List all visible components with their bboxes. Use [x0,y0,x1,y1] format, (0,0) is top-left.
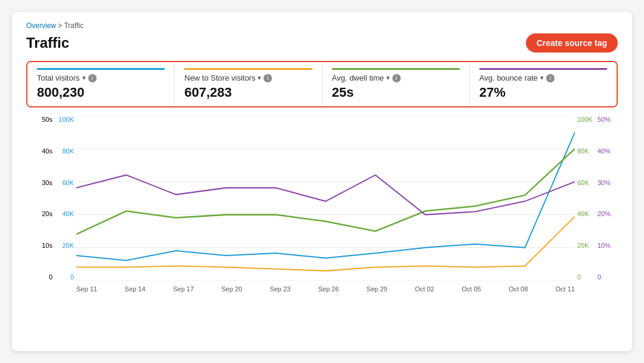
breadcrumb-current: Traffic [64,21,83,30]
chevron-down-icon-0[interactable]: ▾ [82,74,86,82]
metric-value-1: 607,283 [184,85,312,100]
y-right2-label-4: 10% [597,242,611,249]
y-left-label-0: 50s [42,116,52,123]
chart-svg-container [76,116,575,281]
metric-avg-dwell-time: Avg. dwell time ▾ i 25s [323,62,470,106]
metric-label-1: New to Store visitors [184,73,255,82]
x-label-4: Sep 23 [270,285,290,293]
line-blue [76,133,575,261]
y-left-label-2: 30s [42,179,52,186]
x-label-7: Oct 02 [415,285,434,293]
metric-bar-blue [37,68,165,70]
breadcrumb-overview[interactable]: Overview [26,21,56,30]
y-right-label-2: 60K [577,179,589,186]
y-left-label-1: 40s [42,147,52,155]
x-label-5: Sep 26 [318,285,339,293]
chevron-down-icon-2[interactable]: ▾ [386,74,390,82]
y-right-label-3: 40K [577,210,589,217]
metric-bar-purple [479,68,607,70]
x-label-0: Sep 11 [76,285,97,293]
y-axis-right-count: 100K 80K 60K 40K 20K 0 [575,116,596,281]
y-right-label-0: 100K [577,116,593,123]
y-axis-left-time: 50s 40s 30s 20s 10s 0 [26,116,55,281]
line-purple [76,175,575,214]
y-right2-label-2: 30% [597,179,611,186]
y-right-label-4: 20K [577,242,589,249]
info-icon-2[interactable]: i [392,74,401,82]
breadcrumb: Overview > Traffic [26,21,618,30]
metric-label-3: Avg. bounce rate [479,73,538,82]
y-left2-label-0: 100K [58,116,74,123]
y-left2-label-3: 40K [62,210,74,217]
x-label-9: Oct 08 [509,285,528,293]
x-axis-labels: Sep 11 Sep 14 Sep 17 Sep 20 Sep 23 Sep 2… [76,283,575,295]
metric-label-row-2: Avg. dwell time ▾ i [332,73,460,82]
metric-label-row-0: Total visitors ▾ i [37,73,165,82]
main-card: Overview > Traffic Traffic Create source… [12,12,632,351]
y-right2-label-5: 0 [597,273,601,281]
y-left-label-3: 20s [42,210,52,217]
metric-total-visitors: Total visitors ▾ i 800,230 [27,62,175,106]
x-label-6: Sep 29 [367,285,388,293]
y-left-label-5: 0 [49,273,52,281]
line-orange [76,217,575,271]
metric-label-0: Total visitors [37,73,80,82]
info-icon-1[interactable]: i [264,74,272,82]
x-label-2: Sep 17 [173,285,194,293]
y-right2-label-1: 40% [597,147,611,155]
metric-new-store-visitors: New to Store visitors ▾ i 607,283 [175,62,322,106]
y-left-label-4: 10s [42,242,52,249]
y-left2-label-2: 60K [62,179,74,186]
metric-value-3: 27% [479,85,607,100]
x-label-3: Sep 20 [221,285,242,293]
y-left2-label-4: 20K [62,242,74,249]
header-row: Traffic Create source tag [26,33,618,53]
chart-svg [76,116,575,281]
page-title: Traffic [26,35,69,51]
y-right-label-5: 0 [577,273,581,281]
y-right2-label-3: 20% [597,210,611,217]
y-left2-label-5: 0 [70,273,74,281]
line-green [76,149,575,234]
chevron-down-icon-3[interactable]: ▾ [540,74,544,82]
y-axis-left-count: 100K 80K 60K 40K 20K 0 [55,116,76,281]
breadcrumb-separator: > [58,21,64,30]
metric-value-0: 800,230 [37,85,165,100]
metric-value-2: 25s [332,85,460,100]
x-label-10: Oct 11 [556,285,575,293]
y-left2-label-1: 80K [62,147,74,155]
metric-bar-orange [184,68,312,70]
x-label-1: Sep 14 [125,285,145,293]
y-axis-right-percent: 50% 40% 30% 20% 10% 0 [596,116,618,281]
info-icon-3[interactable]: i [546,74,555,82]
metric-bar-green [332,68,460,70]
metric-label-row-1: New to Store visitors ▾ i [184,73,312,82]
chevron-down-icon-1[interactable]: ▾ [258,74,261,82]
y-right2-label-0: 50% [597,116,611,123]
chart-area: 50s 40s 30s 20s 10s 0 100K 80K 60K 40K 2… [26,116,618,295]
metric-label-row-3: Avg. bounce rate ▾ i [479,73,607,82]
create-source-tag-button[interactable]: Create source tag [526,33,618,53]
metric-label-2: Avg. dwell time [332,73,384,82]
x-label-8: Oct 05 [462,285,481,293]
info-icon-0[interactable]: i [88,74,97,82]
y-right-label-1: 80K [577,147,589,155]
metric-avg-bounce-rate: Avg. bounce rate ▾ i 27% [470,62,617,106]
metrics-row: Total visitors ▾ i 800,230 New to Store … [26,61,618,107]
